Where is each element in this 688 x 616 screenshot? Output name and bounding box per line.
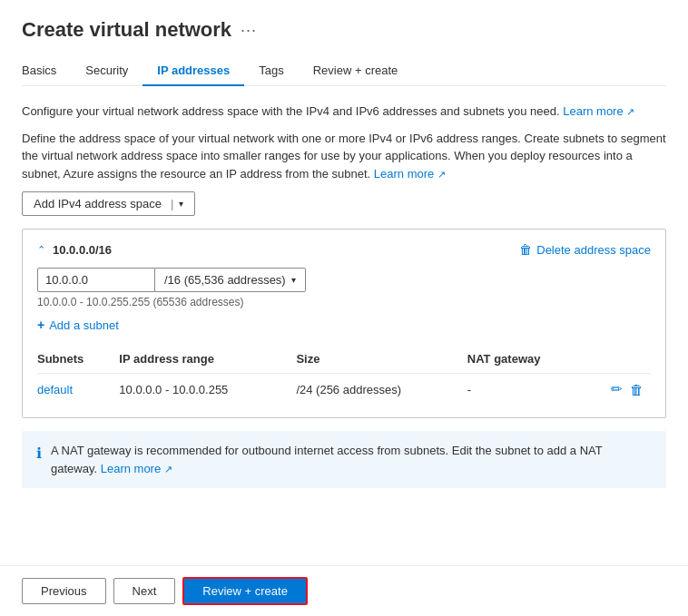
col-header-size: Size xyxy=(296,347,467,374)
external-link-icon-1: ↗ xyxy=(626,106,634,117)
bottom-bar: Previous Next Review + create xyxy=(0,565,688,616)
subnet-size-cell: /24 (256 addresses) xyxy=(296,374,467,406)
cidr-chevron-icon: ▾ xyxy=(291,275,296,285)
subnet-name-cell: default xyxy=(37,374,119,406)
page-title: Create virtual network xyxy=(22,18,231,42)
add-ipv4-address-space-button[interactable]: Add IPv4 address space | ▾ xyxy=(22,191,195,216)
tab-basics[interactable]: Basics xyxy=(22,56,71,86)
ellipsis-menu-icon[interactable]: ··· xyxy=(241,21,257,40)
subnet-actions-cell: ✏ 🗑 xyxy=(590,374,651,406)
learn-more-link-1[interactable]: Learn more ↗ xyxy=(563,104,634,118)
tab-tags[interactable]: Tags xyxy=(244,56,298,86)
tab-ip-addresses[interactable]: IP addresses xyxy=(143,56,244,86)
address-range-hint: 10.0.0.0 - 10.0.255.255 (65536 addresses… xyxy=(37,296,651,308)
col-header-subnets: Subnets xyxy=(37,347,119,374)
tab-security[interactable]: Security xyxy=(71,56,143,86)
table-row: default 10.0.0.0 - 10.0.0.255 /24 (256 a… xyxy=(37,374,651,406)
delete-subnet-icon[interactable]: 🗑 xyxy=(630,382,644,397)
review-create-button[interactable]: Review + create xyxy=(182,577,308,605)
col-header-nat-gateway: NAT gateway xyxy=(467,347,590,374)
description-1: Configure your virtual network address s… xyxy=(22,103,666,121)
tabs-bar: Basics Security IP addresses Tags Review… xyxy=(22,56,666,86)
subnet-default-link[interactable]: default xyxy=(37,383,73,396)
tab-review-create[interactable]: Review + create xyxy=(299,56,413,86)
delete-address-space-link[interactable]: 🗑 Delete address space xyxy=(519,242,651,257)
cidr-select-button[interactable]: /16 (65,536 addresses) ▾ xyxy=(155,268,306,292)
subnets-table: Subnets IP address range Size NAT gatewa… xyxy=(37,347,651,405)
chevron-down-icon: ▾ xyxy=(179,199,183,209)
info-learn-more-link[interactable]: Learn more ↗ xyxy=(101,462,172,475)
info-banner: ℹ A NAT gateway is recommended for outbo… xyxy=(22,431,666,488)
col-header-ip-range: IP address range xyxy=(119,347,296,374)
info-icon: ℹ xyxy=(36,443,42,464)
subnet-nat-cell: - xyxy=(467,374,590,406)
description-2: Define the address space of your virtual… xyxy=(22,130,666,183)
address-space-header-left: ⌃ 10.0.0.0/16 xyxy=(37,243,112,257)
edit-subnet-icon[interactable]: ✏ xyxy=(611,381,623,397)
learn-more-link-2[interactable]: Learn more ↗ xyxy=(374,167,446,181)
trash-icon: 🗑 xyxy=(519,242,532,257)
address-space-box: ⌃ 10.0.0.0/16 🗑 Delete address space /16… xyxy=(22,229,666,418)
plus-icon: + xyxy=(37,318,44,332)
pipe-divider: | xyxy=(171,197,173,210)
ip-address-input[interactable] xyxy=(37,268,155,292)
next-button[interactable]: Next xyxy=(113,578,176,604)
address-space-header-row: ⌃ 10.0.0.0/16 🗑 Delete address space xyxy=(37,242,651,257)
external-link-icon-2: ↗ xyxy=(437,169,446,180)
external-link-icon-3: ↗ xyxy=(164,464,172,474)
address-cidr-label: 10.0.0.0/16 xyxy=(53,243,112,257)
ip-input-row: /16 (65,536 addresses) ▾ xyxy=(37,268,651,292)
page-title-row: Create virtual network ··· xyxy=(22,18,666,42)
subnet-action-buttons: ✏ 🗑 xyxy=(590,381,644,397)
collapse-icon[interactable]: ⌃ xyxy=(37,244,45,256)
previous-button[interactable]: Previous xyxy=(22,578,106,604)
add-subnet-link[interactable]: + Add a subnet xyxy=(37,318,119,332)
subnet-ip-range-cell: 10.0.0.0 - 10.0.0.255 xyxy=(119,374,296,406)
